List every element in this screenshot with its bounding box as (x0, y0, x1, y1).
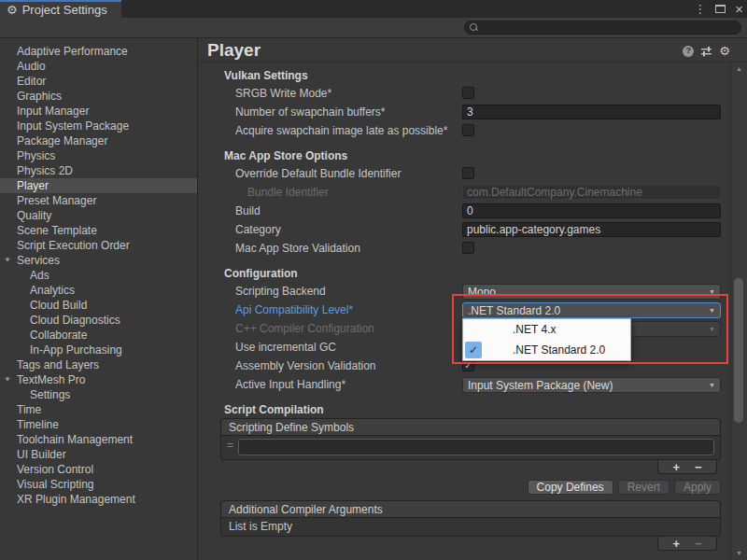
sidebar-item-textmesh-pro[interactable]: ▼TextMesh Pro (0, 372, 197, 387)
search-icon (470, 23, 478, 32)
sidebar-item-settings[interactable]: Settings (0, 387, 197, 402)
apply-button[interactable]: Apply (674, 480, 721, 495)
active-input-handling-dropdown[interactable]: Input System Package (New) ▼ (462, 377, 721, 393)
row-swapchain-buffers: Number of swapchain buffers* (198, 103, 730, 121)
sidebar-item-editor[interactable]: Editor (0, 74, 197, 89)
option-net-standard-2-0[interactable]: ✓ .NET Standard 2.0 (463, 340, 630, 360)
sidebar-item-version-control[interactable]: Version Control (0, 462, 197, 477)
close-icon[interactable]: × (735, 2, 743, 16)
category-field[interactable] (462, 222, 721, 237)
scripting-define-symbols-box: Scripting Define Symbols = (220, 418, 721, 460)
expander-icon[interactable]: ▼ (4, 372, 11, 387)
sidebar-item-services[interactable]: ▼Services (0, 253, 197, 268)
sidebar-item-cloud-build[interactable]: Cloud Build (0, 298, 197, 313)
sidebar-item-preset-manager[interactable]: Preset Manager (0, 193, 197, 208)
sidebar-item-label: TextMesh Pro (17, 373, 85, 386)
section-vulkan-settings: Vulkan Settings SRGB Write Mode* Number … (198, 67, 730, 140)
sidebar-item-toolchain-management[interactable]: Toolchain Management (0, 432, 197, 447)
sidebar-item-quality[interactable]: Quality (0, 208, 197, 223)
sidebar-item-timeline[interactable]: Timeline (0, 417, 197, 432)
sidebar-item-tags-and-layers[interactable]: Tags and Layers (0, 357, 197, 372)
sidebar-item-label: Ads (30, 269, 49, 282)
sidebar-item-label: Editor (17, 75, 46, 88)
sidebar-item-label: Version Control (17, 463, 93, 476)
sidebar-item-label: Collaborate (30, 329, 87, 342)
section-mac-app-store: Mac App Store Options Override Default B… (198, 147, 730, 258)
define-symbols-list-controls: + − (657, 460, 717, 474)
sidebar-item-cloud-diagnostics[interactable]: Cloud Diagnostics (0, 313, 197, 328)
build-field[interactable] (462, 203, 721, 218)
sidebar-item-input-manager[interactable]: Input Manager (0, 104, 197, 119)
expander-icon[interactable]: ▼ (4, 253, 11, 268)
chevron-down-icon: ▼ (709, 288, 715, 295)
sidebar-item-label: Scene Template (17, 224, 97, 237)
page-title: Player (207, 40, 261, 61)
bundle-identifier-field[interactable] (462, 185, 721, 200)
sidebar-item-ads[interactable]: Ads (0, 268, 197, 283)
sidebar-item-label: Input System Package (17, 119, 129, 133)
sidebar-item-input-system-package[interactable]: Input System Package (0, 119, 197, 133)
sidebar-item-analytics[interactable]: Analytics (0, 283, 197, 298)
scrollbar-thumb[interactable] (734, 278, 743, 423)
preset-icon[interactable] (700, 46, 712, 57)
section-header-script-compilation: Script Compilation (198, 401, 730, 418)
sidebar-item-collaborate[interactable]: Collaborate (0, 328, 197, 343)
sidebar-item-player[interactable]: Player (0, 178, 197, 193)
sidebar-item-in-app-purchasing[interactable]: In-App Purchasing (0, 343, 197, 357)
window-menu-icon[interactable]: ⋮ (694, 3, 706, 15)
swapchain-buffers-field[interactable] (462, 105, 721, 119)
sidebar-item-time[interactable]: Time (0, 402, 197, 417)
row-override-bundle-identifier: Override Default Bundle Identifier (198, 164, 730, 183)
row-mac-app-store-validation: Mac App Store Validation (198, 239, 730, 258)
revert-button[interactable]: Revert (618, 480, 669, 495)
option-net-4x[interactable]: .NET 4.x (463, 319, 630, 340)
override-bundle-identifier-checkbox[interactable] (462, 167, 474, 179)
sidebar-item-visual-scripting[interactable]: Visual Scripting (0, 477, 197, 492)
sidebar-item-label: Script Execution Order (17, 239, 130, 252)
api-compatibility-dropdown[interactable]: .NET Standard 2.0 ▼ (462, 302, 721, 318)
sidebar-item-label: Audio (17, 60, 46, 73)
acquire-swapchain-checkbox[interactable] (462, 124, 474, 136)
sidebar-item-label: Visual Scripting (17, 478, 94, 491)
player-panel: Player ? ⚙ Vulkan Settings SRGB Write Mo… (198, 38, 747, 560)
sidebar-item-xr-plugin-management[interactable]: XR Plugin Management (0, 492, 197, 507)
chevron-down-icon: ▼ (709, 326, 715, 332)
toolbar (0, 18, 747, 38)
api-compatibility-popup: .NET 4.x ✓ .NET Standard 2.0 (462, 318, 631, 361)
help-icon[interactable]: ? (683, 46, 694, 57)
srgb-write-mode-checkbox[interactable] (462, 87, 474, 99)
copy-defines-button[interactable]: Copy Defines (528, 480, 613, 495)
scroll-down-icon[interactable]: ▼ (731, 548, 747, 559)
sidebar-item-script-execution-order[interactable]: Script Execution Order (0, 238, 197, 253)
drag-handle-icon[interactable]: = (227, 439, 233, 452)
tab-project-settings[interactable]: ⚙ Project Settings (0, 0, 121, 18)
sidebar-item-audio[interactable]: Audio (0, 59, 197, 74)
vertical-scrollbar[interactable]: ▲ ▼ (731, 63, 747, 560)
player-settings-content: Vulkan Settings SRGB Write Mode* Number … (198, 63, 730, 560)
sidebar-item-physics[interactable]: Physics (0, 148, 197, 163)
search-box[interactable] (464, 21, 741, 35)
sidebar-item-label: Services (17, 254, 60, 267)
maximize-icon[interactable] (715, 5, 726, 13)
search-input[interactable] (482, 21, 740, 34)
gear-icon[interactable]: ⚙ (719, 45, 730, 57)
define-symbol-field[interactable] (238, 439, 714, 455)
sidebar-item-scene-template[interactable]: Scene Template (0, 223, 197, 238)
scroll-up-icon[interactable]: ▲ (731, 63, 747, 75)
mac-app-store-validation-checkbox[interactable] (462, 242, 474, 254)
remove-icon[interactable]: − (695, 538, 702, 550)
sidebar-item-label: Package Manager (17, 134, 107, 147)
add-icon[interactable]: + (672, 461, 680, 473)
remove-icon[interactable]: − (695, 461, 702, 473)
row-active-input-handling: Active Input Handling* Input System Pack… (198, 375, 730, 394)
gear-icon: ⚙ (7, 4, 18, 16)
sidebar-item-label: Tags and Layers (17, 358, 99, 371)
sidebar-item-physics-2d[interactable]: Physics 2D (0, 163, 197, 178)
sidebar-item-package-manager[interactable]: Package Manager (0, 133, 197, 148)
sidebar-item-adaptive-performance[interactable]: Adaptive Performance (0, 44, 197, 59)
sidebar-item-label: Input Manager (17, 105, 89, 118)
sidebar-item-graphics[interactable]: Graphics (0, 89, 197, 104)
scripting-backend-dropdown[interactable]: Mono ▼ (462, 284, 721, 300)
sidebar-item-ui-builder[interactable]: UI Builder (0, 447, 197, 462)
add-icon[interactable]: + (672, 538, 680, 550)
